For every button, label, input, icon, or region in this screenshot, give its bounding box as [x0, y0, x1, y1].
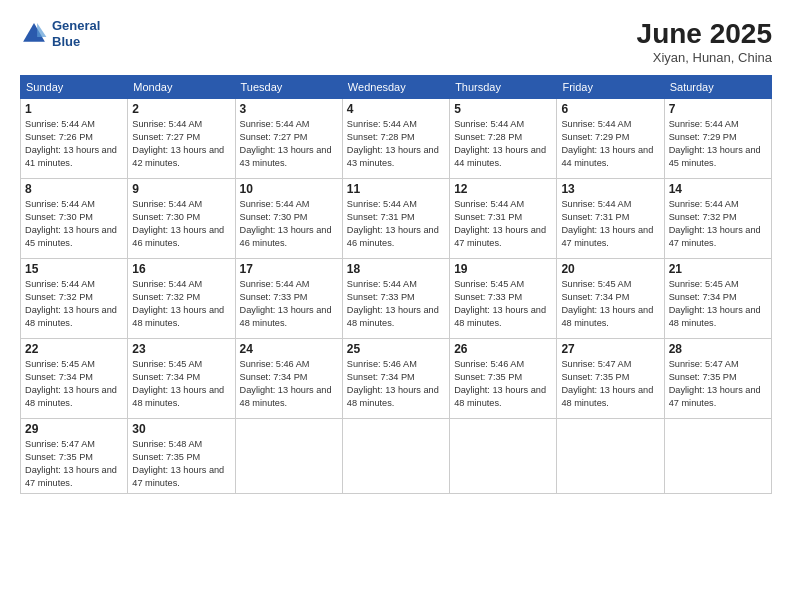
day-info: Sunrise: 5:44 AM Sunset: 7:33 PM Dayligh… [347, 278, 445, 330]
sunset: Sunset: 7:29 PM [669, 131, 767, 144]
daylight: Daylight: 13 hours and 48 minutes. [240, 304, 338, 330]
col-saturday: Saturday [664, 76, 771, 99]
daylight: Daylight: 13 hours and 48 minutes. [132, 304, 230, 330]
daylight: Daylight: 13 hours and 48 minutes. [561, 384, 659, 410]
calendar-cell [235, 419, 342, 494]
day-info: Sunrise: 5:47 AM Sunset: 7:35 PM Dayligh… [669, 358, 767, 410]
daylight: Daylight: 13 hours and 43 minutes. [240, 144, 338, 170]
daylight: Daylight: 13 hours and 47 minutes. [454, 224, 552, 250]
calendar-cell: 25 Sunrise: 5:46 AM Sunset: 7:34 PM Dayl… [342, 339, 449, 419]
day-number: 14 [669, 182, 767, 196]
calendar-cell: 4 Sunrise: 5:44 AM Sunset: 7:28 PM Dayli… [342, 99, 449, 179]
day-info: Sunrise: 5:44 AM Sunset: 7:26 PM Dayligh… [25, 118, 123, 170]
calendar-body: 1 Sunrise: 5:44 AM Sunset: 7:26 PM Dayli… [21, 99, 772, 494]
day-number: 22 [25, 342, 123, 356]
day-info: Sunrise: 5:48 AM Sunset: 7:35 PM Dayligh… [132, 438, 230, 490]
daylight: Daylight: 13 hours and 48 minutes. [347, 384, 445, 410]
calendar-cell [450, 419, 557, 494]
calendar-cell [664, 419, 771, 494]
day-number: 17 [240, 262, 338, 276]
calendar-cell: 23 Sunrise: 5:45 AM Sunset: 7:34 PM Dayl… [128, 339, 235, 419]
sunset: Sunset: 7:30 PM [132, 211, 230, 224]
day-number: 8 [25, 182, 123, 196]
sunset: Sunset: 7:34 PM [240, 371, 338, 384]
sunrise: Sunrise: 5:44 AM [454, 198, 552, 211]
day-number: 1 [25, 102, 123, 116]
daylight: Daylight: 13 hours and 48 minutes. [240, 384, 338, 410]
calendar-cell: 26 Sunrise: 5:46 AM Sunset: 7:35 PM Dayl… [450, 339, 557, 419]
sunrise: Sunrise: 5:44 AM [132, 118, 230, 131]
day-number: 13 [561, 182, 659, 196]
calendar-cell [342, 419, 449, 494]
sunset: Sunset: 7:34 PM [347, 371, 445, 384]
day-number: 28 [669, 342, 767, 356]
daylight: Daylight: 13 hours and 46 minutes. [240, 224, 338, 250]
calendar-cell: 30 Sunrise: 5:48 AM Sunset: 7:35 PM Dayl… [128, 419, 235, 494]
calendar-cell: 15 Sunrise: 5:44 AM Sunset: 7:32 PM Dayl… [21, 259, 128, 339]
daylight: Daylight: 13 hours and 47 minutes. [132, 464, 230, 490]
day-info: Sunrise: 5:44 AM Sunset: 7:31 PM Dayligh… [454, 198, 552, 250]
day-number: 16 [132, 262, 230, 276]
sunrise: Sunrise: 5:45 AM [25, 358, 123, 371]
daylight: Daylight: 13 hours and 48 minutes. [454, 304, 552, 330]
day-info: Sunrise: 5:45 AM Sunset: 7:34 PM Dayligh… [25, 358, 123, 410]
daylight: Daylight: 13 hours and 44 minutes. [561, 144, 659, 170]
logo: General Blue [20, 18, 100, 49]
calendar-cell: 20 Sunrise: 5:45 AM Sunset: 7:34 PM Dayl… [557, 259, 664, 339]
calendar-cell: 27 Sunrise: 5:47 AM Sunset: 7:35 PM Dayl… [557, 339, 664, 419]
calendar-cell: 1 Sunrise: 5:44 AM Sunset: 7:26 PM Dayli… [21, 99, 128, 179]
sunset: Sunset: 7:30 PM [25, 211, 123, 224]
calendar-cell [557, 419, 664, 494]
sunset: Sunset: 7:35 PM [561, 371, 659, 384]
col-friday: Friday [557, 76, 664, 99]
daylight: Daylight: 13 hours and 46 minutes. [347, 224, 445, 250]
day-info: Sunrise: 5:46 AM Sunset: 7:34 PM Dayligh… [347, 358, 445, 410]
day-info: Sunrise: 5:44 AM Sunset: 7:30 PM Dayligh… [240, 198, 338, 250]
day-number: 25 [347, 342, 445, 356]
calendar-cell: 16 Sunrise: 5:44 AM Sunset: 7:32 PM Dayl… [128, 259, 235, 339]
calendar-week-row: 29 Sunrise: 5:47 AM Sunset: 7:35 PM Dayl… [21, 419, 772, 494]
location: Xiyan, Hunan, China [637, 50, 772, 65]
header: General Blue June 2025 Xiyan, Hunan, Chi… [20, 18, 772, 65]
day-info: Sunrise: 5:44 AM Sunset: 7:32 PM Dayligh… [669, 198, 767, 250]
day-info: Sunrise: 5:44 AM Sunset: 7:33 PM Dayligh… [240, 278, 338, 330]
daylight: Daylight: 13 hours and 45 minutes. [669, 144, 767, 170]
sunset: Sunset: 7:34 PM [561, 291, 659, 304]
day-number: 11 [347, 182, 445, 196]
daylight: Daylight: 13 hours and 45 minutes. [25, 224, 123, 250]
day-info: Sunrise: 5:44 AM Sunset: 7:32 PM Dayligh… [25, 278, 123, 330]
sunset: Sunset: 7:31 PM [347, 211, 445, 224]
day-info: Sunrise: 5:44 AM Sunset: 7:32 PM Dayligh… [132, 278, 230, 330]
logo-line1: General [52, 18, 100, 34]
day-number: 27 [561, 342, 659, 356]
day-number: 29 [25, 422, 123, 436]
logo-icon [20, 20, 48, 48]
sunrise: Sunrise: 5:45 AM [669, 278, 767, 291]
sunrise: Sunrise: 5:46 AM [454, 358, 552, 371]
sunrise: Sunrise: 5:47 AM [669, 358, 767, 371]
calendar-cell: 5 Sunrise: 5:44 AM Sunset: 7:28 PM Dayli… [450, 99, 557, 179]
logo-text: General Blue [52, 18, 100, 49]
sunrise: Sunrise: 5:44 AM [132, 278, 230, 291]
day-number: 20 [561, 262, 659, 276]
daylight: Daylight: 13 hours and 43 minutes. [347, 144, 445, 170]
day-info: Sunrise: 5:45 AM Sunset: 7:34 PM Dayligh… [132, 358, 230, 410]
sunrise: Sunrise: 5:45 AM [561, 278, 659, 291]
month-title: June 2025 [637, 18, 772, 50]
day-info: Sunrise: 5:47 AM Sunset: 7:35 PM Dayligh… [25, 438, 123, 490]
sunrise: Sunrise: 5:44 AM [240, 198, 338, 211]
day-info: Sunrise: 5:47 AM Sunset: 7:35 PM Dayligh… [561, 358, 659, 410]
day-number: 21 [669, 262, 767, 276]
sunrise: Sunrise: 5:44 AM [347, 198, 445, 211]
sunrise: Sunrise: 5:47 AM [561, 358, 659, 371]
calendar-cell: 29 Sunrise: 5:47 AM Sunset: 7:35 PM Dayl… [21, 419, 128, 494]
sunset: Sunset: 7:29 PM [561, 131, 659, 144]
day-number: 7 [669, 102, 767, 116]
sunset: Sunset: 7:34 PM [132, 371, 230, 384]
calendar-cell: 6 Sunrise: 5:44 AM Sunset: 7:29 PM Dayli… [557, 99, 664, 179]
sunrise: Sunrise: 5:44 AM [25, 198, 123, 211]
day-info: Sunrise: 5:44 AM Sunset: 7:29 PM Dayligh… [561, 118, 659, 170]
day-info: Sunrise: 5:46 AM Sunset: 7:34 PM Dayligh… [240, 358, 338, 410]
sunrise: Sunrise: 5:46 AM [347, 358, 445, 371]
calendar-cell: 2 Sunrise: 5:44 AM Sunset: 7:27 PM Dayli… [128, 99, 235, 179]
